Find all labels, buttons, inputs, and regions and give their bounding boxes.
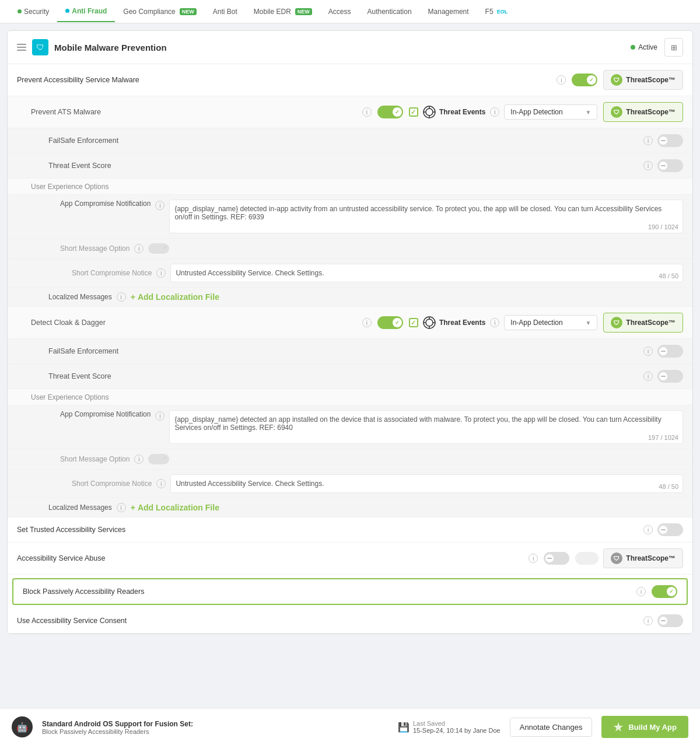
use-consent-toggle[interactable]: [657, 614, 683, 627]
threat-score-2-info[interactable]: i: [643, 372, 653, 381]
char-count-1: 190 / 1024: [648, 223, 678, 230]
localized-info-2[interactable]: i: [117, 503, 126, 512]
block-passively-toggle[interactable]: ✓: [652, 585, 677, 598]
prevent-accessibility-info[interactable]: i: [556, 75, 566, 85]
service-abuse-toggle[interactable]: [544, 552, 569, 565]
short-compromise-info-2[interactable]: i: [156, 479, 166, 488]
short-compromise-input-2[interactable]: Untrusted Accessibility Service. Check S…: [170, 474, 683, 493]
feature-service-abuse: Accessibility Service Abuse i 🛡 ThreatSc…: [8, 543, 692, 575]
nav-management[interactable]: Management: [420, 2, 477, 22]
service-abuse-info[interactable]: i: [528, 554, 538, 563]
block-passively-info[interactable]: i: [636, 587, 646, 596]
add-localization-btn-2[interactable]: + Add Localization File: [131, 503, 219, 512]
app-compromise-textarea-1[interactable]: {app_display_name} detected in-app activ…: [169, 200, 683, 233]
nav-geocompliance[interactable]: Geo Compliance NEW: [115, 2, 204, 22]
add-localization-btn-1[interactable]: + Add Localization File: [131, 292, 219, 302]
nav-mobileedr[interactable]: Mobile EDR NEW: [246, 2, 320, 22]
detection-dropdown-1[interactable]: In-App Detection ▼: [504, 104, 597, 120]
active-dot-icon: [631, 45, 635, 50]
service-abuse-label: Accessibility Service Abuse: [17, 554, 523, 562]
block-passively-label: Block Passively Accessibility Readers: [23, 587, 631, 596]
service-abuse-toggle-right[interactable]: [575, 552, 598, 565]
short-compromise-info-1[interactable]: i: [156, 268, 166, 278]
short-msg-info-1[interactable]: i: [134, 244, 144, 253]
app-compromise-info-2[interactable]: i: [155, 411, 164, 421]
feature-threat-score-2: Threat Event Score i: [8, 364, 692, 389]
short-compromise-row-1: Short Compromise Notice i Untrusted Acce…: [8, 259, 692, 288]
failsafe-1-label: FailSafe Enforcement: [48, 137, 639, 145]
detect-cloak-toggle[interactable]: ✓: [377, 316, 403, 329]
menu-icon[interactable]: [17, 44, 26, 51]
short-msg-toggle-1[interactable]: [148, 243, 169, 254]
short-char-count-1: 48 / 50: [659, 272, 678, 279]
nav-security[interactable]: Security: [9, 2, 57, 22]
short-compromise-row-2: Short Compromise Notice i Untrusted Acce…: [8, 470, 692, 498]
prevent-ats-threatscope-btn[interactable]: 🛡 ThreatScope™: [603, 102, 683, 122]
nav-security-label: Security: [24, 8, 49, 16]
short-msg-toggle-2[interactable]: [148, 454, 169, 464]
detection-dropdown-2[interactable]: In-App Detection ▼: [504, 315, 597, 330]
nav-antifraud[interactable]: Anti Fraud: [57, 1, 115, 22]
shield-icon: 🛡: [32, 39, 48, 55]
threatscope-icon-cloak: 🛡: [611, 317, 622, 328]
security-dot: [18, 9, 22, 13]
header-right: Active ⊞: [631, 38, 683, 57]
prevent-accessibility-threatscope-btn[interactable]: 🛡 ThreatScope™: [603, 70, 683, 90]
use-consent-info[interactable]: i: [643, 616, 653, 625]
short-compromise-label-2: Short Compromise Notice: [72, 480, 152, 488]
threatscope-label: ThreatScope™: [626, 76, 676, 84]
localized-row-1: Localized Messages i + Add Localization …: [8, 288, 692, 307]
app-compromise-info-1[interactable]: i: [155, 201, 164, 210]
prevent-ats-label: Prevent ATS Malware: [31, 108, 356, 116]
threat-events-label-1: Threat Events: [423, 106, 485, 118]
dropdown-arrow-1: ▼: [585, 109, 591, 116]
service-abuse-threatscope-btn[interactable]: 🛡 ThreatScope™: [603, 548, 683, 568]
failsafe-2-label: FailSafe Enforcement: [48, 347, 639, 355]
prevent-ats-info[interactable]: i: [362, 107, 372, 117]
settings-button[interactable]: ⊞: [664, 38, 683, 57]
threat-events-info-2[interactable]: i: [490, 318, 499, 327]
threatscope-shield-icon: 🛡: [611, 74, 622, 86]
detection-option-1: In-App Detection: [510, 108, 562, 116]
failsafe-1-toggle[interactable]: [657, 134, 683, 147]
failsafe-2-toggle[interactable]: [657, 345, 683, 358]
threat-events-checkbox-1[interactable]: [409, 107, 418, 117]
feature-detect-cloak: Detect Cloak & Dagger i ✓: [8, 307, 692, 339]
prevent-accessibility-toggle[interactable]: ✓: [572, 74, 597, 86]
prevent-ats-toggle[interactable]: ✓: [377, 106, 403, 118]
nav-access[interactable]: Access: [320, 2, 359, 22]
nav-mobileedr-label: Mobile EDR: [254, 8, 291, 16]
detect-cloak-info[interactable]: i: [362, 318, 372, 327]
app-compromise-textarea-2[interactable]: {app_display_name} detected an app insta…: [169, 410, 683, 444]
nav-authentication[interactable]: Authentication: [359, 2, 420, 22]
user-exp-label-2: User Experience Options: [31, 393, 108, 401]
trusted-services-toggle[interactable]: [657, 523, 683, 536]
feature-failsafe-2: FailSafe Enforcement i: [8, 339, 692, 364]
threat-score-1-info[interactable]: i: [643, 161, 653, 170]
short-compromise-input-wrap-1: Untrusted Accessibility Service. Check S…: [170, 264, 683, 282]
nav-f5[interactable]: F5 EOL: [477, 2, 516, 22]
localized-label-1: Localized Messages: [48, 293, 112, 301]
feature-failsafe-1: FailSafe Enforcement i: [8, 128, 692, 153]
threat-score-1-toggle[interactable]: [657, 159, 683, 172]
detect-cloak-threatscope-btn[interactable]: 🛡 ThreatScope™: [603, 313, 683, 333]
short-msg-row-1: Short Message Option i: [8, 239, 692, 259]
short-compromise-input-1[interactable]: Untrusted Accessibility Service. Check S…: [170, 264, 683, 282]
failsafe-1-info[interactable]: i: [643, 136, 653, 145]
trusted-services-info[interactable]: i: [643, 525, 653, 534]
feature-use-consent: Use Accessibility Service Consent i: [8, 608, 692, 634]
short-msg-info-2[interactable]: i: [134, 454, 144, 464]
svg-point-7: [426, 319, 433, 326]
threat-events-info-1[interactable]: i: [490, 107, 499, 117]
localized-info-1[interactable]: i: [117, 292, 126, 302]
threat-events-label-2: Threat Events: [423, 316, 485, 329]
failsafe-2-info[interactable]: i: [643, 347, 653, 356]
antifraud-dot: [65, 9, 69, 13]
app-compromise-label-1: App Compromise Notification: [60, 200, 150, 208]
localized-row-2: Localized Messages i + Add Localization …: [8, 498, 692, 517]
short-char-count-2: 48 / 50: [659, 483, 678, 490]
nav-antibot[interactable]: Anti Bot: [205, 2, 246, 22]
threatscope-label-cloak: ThreatScope™: [626, 319, 676, 327]
threat-events-checkbox-2[interactable]: [409, 318, 418, 327]
threat-score-2-toggle[interactable]: [657, 370, 683, 383]
